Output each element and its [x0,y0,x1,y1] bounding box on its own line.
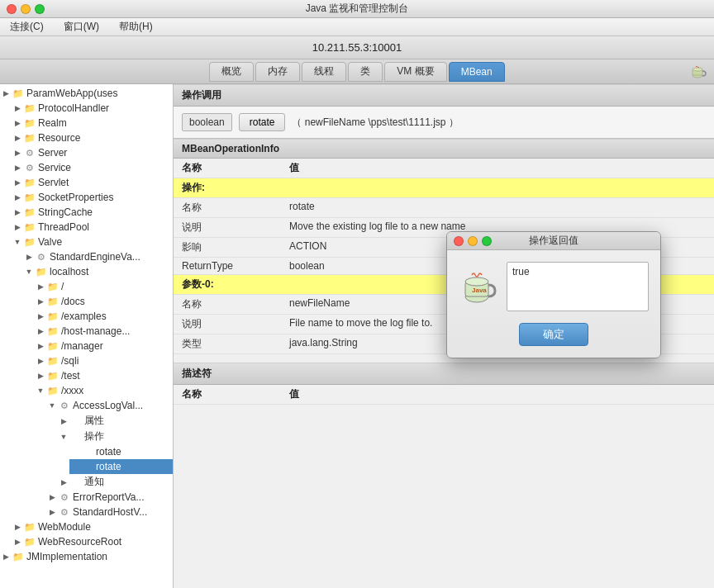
label-rotate1: rotate [96,446,121,458]
tree-item-servlet[interactable]: Servlet [12,175,173,190]
arrow-accesslog[interactable] [46,400,58,411]
tree-item-valve[interactable]: Valve [12,235,173,249]
tree-item-protocolhandler[interactable]: ProtocolHandler [12,101,173,116]
arrow-docs[interactable] [35,296,46,307]
arrow-manager[interactable] [35,340,46,352]
arrow-root[interactable] [35,281,46,292]
tree-item-jmimplementation[interactable]: JMImplementation [0,549,173,564]
tree-item-accesslog[interactable]: AccessLogVal... [46,398,173,413]
arrow-valve[interactable] [12,236,23,248]
arrow-resource[interactable] [12,132,23,144]
tree-item-examples[interactable]: /examples [35,309,173,324]
arrow-localhost[interactable] [23,266,35,277]
label-threadpool: ThreadPool [38,221,89,233]
row0-col1: 操作: [174,178,281,198]
arrow-standardengine[interactable] [23,251,35,263]
tree-item-webresourceroot[interactable]: WebResourceRoot [12,534,173,549]
tree-item-service[interactable]: Service [12,160,173,175]
arrow-webmodule[interactable] [12,521,23,533]
tree-item-server[interactable]: Server [12,145,173,160]
arrow-examples[interactable] [35,311,46,322]
cog-icon-service [23,161,36,174]
tree-item-manager[interactable]: /manager [35,339,173,353]
menu-help[interactable]: 帮助(H) [116,18,156,36]
folder-icon-manager [46,339,60,353]
arrow-paramwebapp[interactable] [0,88,12,99]
menu-connect[interactable]: 连接(C) [7,18,47,36]
arrow-errorreport[interactable] [46,491,58,503]
tree-item-root[interactable]: / [35,279,173,294]
tree-item-standardengine[interactable]: StandardEngineVa... [23,249,173,264]
tree-item-localhost[interactable]: localhost [23,264,173,279]
tree-item-standardhost[interactable]: StandardHostV... [46,505,173,519]
dialog-controls[interactable] [454,236,492,246]
result-dialog[interactable]: 操作返回值 Java true [446,231,661,358]
tree-item-notifications[interactable]: 通知 [58,474,173,490]
tree-item-properties[interactable]: 属性 [58,413,173,429]
tree-item-hostmanage[interactable]: /host-manage... [35,324,173,339]
arrow-sqli[interactable] [35,355,46,367]
arrow-threadpool[interactable] [12,221,23,233]
tree-item-test[interactable]: /test [35,368,173,383]
tree-item-resource[interactable]: Resource [12,130,173,145]
arrow-rotate1 [69,446,81,458]
tree-item-socketprops[interactable]: SocketProperties [12,190,173,205]
arrow-service[interactable] [12,162,23,173]
arrow-server[interactable] [12,147,23,159]
label-standardengine: StandardEngineVa... [50,251,140,263]
tree-item-webmodule[interactable]: WebModule [12,519,173,534]
arrow-operations[interactable] [58,431,69,443]
tab-memory[interactable]: 内存 [255,62,300,82]
arrow-socketprops[interactable] [12,192,23,203]
dialog-close-button[interactable] [454,236,464,246]
close-button[interactable] [7,4,17,14]
tab-mbean[interactable]: MBean [449,62,505,82]
label-root: / [61,281,64,292]
tree-item-paramwebapp[interactable]: ParamWebApp(uses [0,86,173,101]
arrow-properties[interactable] [58,415,69,427]
tree-item-errorreport[interactable]: ErrorReportVa... [46,490,173,505]
tree-item-operations[interactable]: 操作 [58,429,173,444]
dialog-min-button[interactable] [468,236,478,246]
tab-threads[interactable]: 线程 [302,62,346,82]
tree-item-xxxx[interactable]: /xxxx [35,383,173,398]
menu-window[interactable]: 窗口(W) [60,18,102,36]
arrow-notifications[interactable] [58,477,69,488]
tab-overview[interactable]: 概览 [209,62,254,82]
dialog-max-button[interactable] [482,236,492,246]
arrow-xxxx[interactable] [35,385,46,396]
arrow-realm[interactable] [12,117,23,129]
window-controls[interactable] [7,4,45,14]
minimize-button[interactable] [21,4,31,14]
descriptor-header-row: 名称 值 [174,385,714,405]
tree-item-stringcache[interactable]: StringCache [12,205,173,220]
folder-icon-webresourceroot [23,535,36,548]
tree-item-rotate1[interactable]: rotate [69,444,173,459]
arrow-jmimplementation[interactable] [0,551,12,562]
tree-item-rotate2[interactable]: rotate [69,459,173,474]
arrow-standardhost[interactable] [46,506,58,518]
operation-button[interactable]: rotate [239,113,286,131]
tab-classes[interactable]: 类 [348,62,383,82]
arrow-protocolhandler[interactable] [12,102,23,114]
confirm-button[interactable]: 确定 [519,323,588,346]
tree-item-docs[interactable]: /docs [35,294,173,309]
operation-area: boolean rotate （ newFileName \pps\test\1… [174,107,714,139]
icon-properties [69,415,83,428]
table-row-op-header: 操作: [174,178,714,198]
mbean-section-header: MBeanOperationInfo [174,139,714,159]
folder-icon-resource [23,131,36,145]
tree-item-realm[interactable]: Realm [12,116,173,130]
arrow-test[interactable] [35,370,46,382]
arrow-webresourceroot[interactable] [12,536,23,548]
tab-vm[interactable]: VM 概要 [384,62,446,82]
label-examples: /examples [61,311,107,322]
maximize-button[interactable] [35,4,45,14]
folder-icon-sqli [46,354,60,368]
tree-item-sqli[interactable]: /sqli [35,353,173,368]
arrow-hostmanage[interactable] [35,325,46,337]
arrow-servlet[interactable] [12,177,23,188]
operation-section-header: 操作调用 [174,84,714,107]
tree-item-threadpool[interactable]: ThreadPool [12,220,173,235]
arrow-stringcache[interactable] [12,206,23,218]
